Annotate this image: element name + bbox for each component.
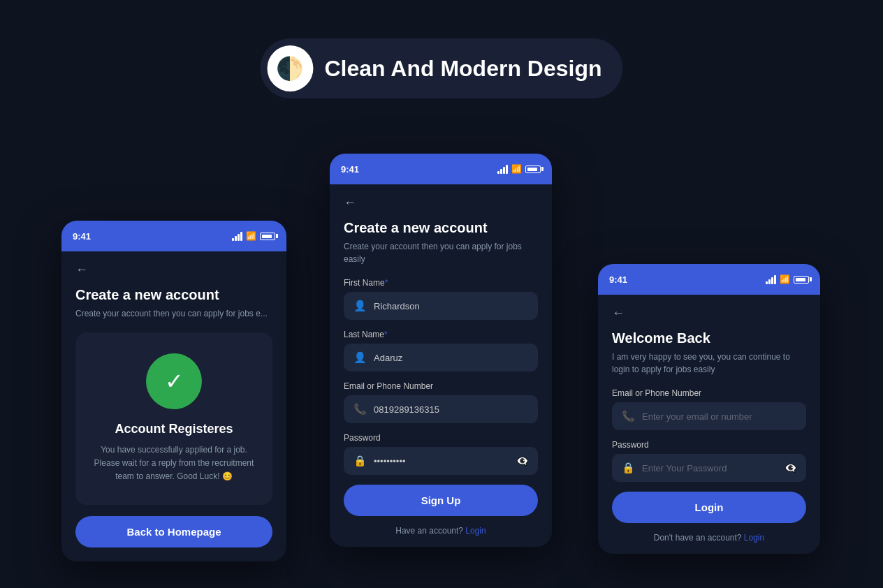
last-name-field: 👤: [344, 344, 538, 372]
success-text: You have successfully applied for a job.…: [89, 443, 258, 484]
eye-toggle-icon-right[interactable]: 👁️‍🗨️: [785, 462, 796, 473]
signal-icon-center: [497, 165, 508, 174]
signal-icon: [232, 232, 242, 241]
battery-icon: [260, 233, 275, 240]
wifi-icon: 📶: [246, 231, 256, 241]
first-name-field: 👤: [344, 292, 538, 320]
success-title: Account Registeres: [89, 422, 258, 436]
lock-icon-right: 🔒: [622, 462, 635, 474]
email-phone-label: Email or Phone Number: [344, 381, 538, 391]
status-time-left: 9:41: [73, 231, 91, 242]
battery-icon-center: [525, 166, 541, 173]
login-link[interactable]: Login: [465, 526, 486, 536]
login-button[interactable]: Login: [612, 492, 806, 523]
logo-emoji: 🌓: [276, 55, 304, 82]
password-label-right: Password: [612, 440, 806, 450]
back-button-center[interactable]: ←: [344, 196, 538, 210]
email-phone-field: 📞: [344, 395, 538, 423]
back-to-homepage-button[interactable]: Back to Homepage: [75, 516, 272, 547]
password-label: Password: [344, 433, 538, 443]
required-star: *: [385, 278, 388, 288]
status-icons-right: 📶: [766, 274, 809, 284]
bottom-link-right: Don't have an account? Login: [612, 533, 806, 543]
first-name-label: First Name*: [344, 278, 538, 288]
form-subtitle-right: I am very happy to see you, you can cont…: [612, 351, 806, 376]
last-name-label: Last Name*: [344, 330, 538, 339]
status-time-center: 9:41: [341, 164, 359, 175]
form-subtitle-left: Create your account then you can apply f…: [75, 307, 272, 320]
form-title-right: Welcome Back: [612, 330, 806, 346]
wifi-icon-center: 📶: [511, 164, 522, 174]
password-field: 🔒 👁️‍🗨️: [344, 447, 538, 475]
phone-body-center: ← Create a new account Create your accou…: [330, 184, 552, 547]
form-title-center: Create a new account: [344, 220, 538, 236]
form-subtitle-center: Create your account then you can apply f…: [344, 240, 538, 265]
email-phone-field-right: 📞: [612, 402, 806, 430]
success-card: ✓ Account Registeres You have successful…: [75, 332, 272, 505]
form-title-left: Create a new account: [75, 287, 272, 303]
status-icons-left: 📶: [232, 231, 275, 241]
signup-link[interactable]: Login: [744, 533, 764, 543]
status-time-right: 9:41: [609, 274, 627, 285]
back-button-right[interactable]: ←: [612, 306, 806, 321]
header-title: Clean And Modern Design: [324, 56, 601, 82]
status-icons-center: 📶: [497, 164, 541, 174]
success-icon: ✓: [146, 353, 202, 409]
phone-right: 9:41 📶 ← Welcome Back I am very happy to…: [598, 264, 820, 554]
lock-icon: 🔒: [353, 455, 367, 467]
password-input-right[interactable]: [642, 463, 778, 473]
phone-icon-right: 📞: [622, 410, 635, 422]
status-bar-right: 9:41 📶: [598, 264, 820, 295]
password-field-right: 🔒 👁️‍🗨️: [612, 454, 806, 482]
phone-body-left: ← Create a new account Create your accou…: [61, 251, 286, 561]
phone-center: 9:41 📶 ← Create a new account Create you…: [330, 154, 552, 547]
required-star-2: *: [384, 330, 388, 339]
first-name-input[interactable]: [374, 301, 528, 311]
signup-button[interactable]: Sign Up: [344, 485, 538, 516]
last-name-input[interactable]: [374, 353, 528, 363]
person-icon-1: 👤: [353, 300, 367, 312]
status-bar-center: 9:41 📶: [330, 154, 552, 184]
wifi-icon-right: 📶: [780, 274, 790, 284]
phone-left: 9:41 📶 ← Create a new account Create you…: [61, 221, 286, 561]
bottom-link-center: Have an account? Login: [344, 526, 538, 536]
phone-body-right: ← Welcome Back I am very happy to see yo…: [598, 295, 820, 554]
email-phone-input-right[interactable]: [642, 411, 796, 422]
person-icon-2: 👤: [353, 351, 367, 364]
header-banner: 🌓 Clean And Modern Design: [260, 38, 622, 98]
back-button-left[interactable]: ←: [75, 263, 272, 277]
header-logo: 🌓: [267, 45, 313, 91]
battery-icon-right: [794, 276, 809, 284]
signal-icon-right: [766, 275, 776, 284]
password-input[interactable]: [374, 456, 509, 466]
status-bar-left: 9:41 📶: [61, 221, 286, 251]
eye-toggle-icon[interactable]: 👁️‍🗨️: [516, 455, 528, 466]
email-phone-label-right: Email or Phone Number: [612, 388, 806, 398]
phone-icon: 📞: [353, 403, 367, 416]
email-phone-input[interactable]: [374, 404, 528, 415]
